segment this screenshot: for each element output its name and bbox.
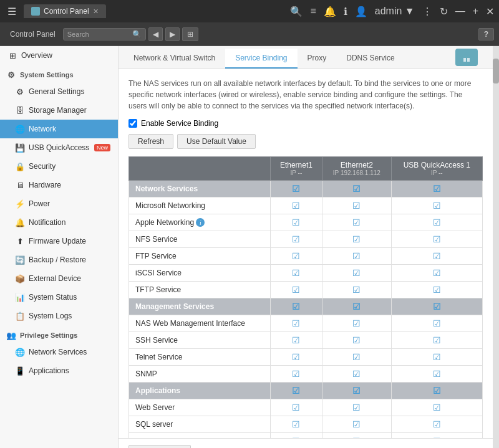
service-e2-check[interactable]: ☑ [322, 399, 392, 416]
service-e2-check[interactable]: ☑ [322, 416, 392, 433]
category-e1-check[interactable]: ☑ [270, 383, 322, 399]
sidebar-item-external-device[interactable]: 📦 External Device [0, 269, 118, 288]
service-e2-check[interactable]: ☑ [322, 198, 392, 214]
service-e1-check[interactable]: ☑ [270, 231, 322, 248]
service-e2-check[interactable]: ☑ [322, 315, 392, 332]
window-minimize[interactable]: — [455, 6, 465, 17]
window-restore[interactable]: + [473, 6, 478, 17]
search-box[interactable]: 🔍 [63, 28, 146, 41]
bell-icon[interactable]: 🔔 [324, 6, 336, 17]
stack-icon[interactable]: ≡ [310, 6, 316, 17]
user-icon[interactable]: 👤 [355, 6, 367, 17]
sidebar-item-overview[interactable]: ⊞ Overview [0, 46, 118, 65]
service-e1-check[interactable]: ☑ [270, 282, 322, 298]
service-e2-check[interactable]: ☑ [322, 433, 392, 439]
service-e1-check[interactable]: ☑ [270, 366, 322, 383]
category-e1-check[interactable]: ☑ [270, 181, 322, 198]
category-usb-check[interactable]: ☑ [391, 383, 482, 399]
scrollbar[interactable] [493, 46, 499, 448]
table-row: Telnet Service ☑ ☑ ☑ [129, 349, 483, 366]
category-e1-check[interactable]: ☑ [270, 298, 322, 315]
service-usb-check[interactable]: ☑ [391, 248, 482, 265]
service-e2-check[interactable]: ☑ [322, 366, 392, 383]
window-close[interactable]: ✕ [486, 6, 494, 17]
col-header-service [129, 157, 271, 181]
service-e2-check[interactable]: ☑ [322, 248, 392, 265]
service-usb-check[interactable]: ☑ [391, 399, 482, 416]
service-usb-check[interactable]: ☑ [391, 265, 482, 282]
search-icon[interactable]: 🔍 [290, 6, 303, 17]
category-usb-check[interactable]: ☑ [391, 181, 482, 198]
use-default-value-button[interactable]: Use Default Value [177, 134, 256, 149]
category-e2-check[interactable]: ☑ [322, 181, 392, 198]
category-e2-check[interactable]: ☑ [322, 298, 392, 315]
service-usb-check[interactable]: ☑ [391, 416, 482, 433]
sidebar-item-general-settings[interactable]: ⚙ General Settings [0, 82, 118, 101]
control-panel-tab[interactable]: Control Panel ✕ [24, 4, 106, 18]
tab-close-icon[interactable]: ✕ [93, 7, 99, 16]
service-e2-check[interactable]: ☑ [322, 349, 392, 366]
service-e2-check[interactable]: ☑ [322, 214, 392, 231]
info-tooltip-icon[interactable]: i [196, 218, 205, 227]
service-e1-check[interactable]: ☑ [270, 349, 322, 366]
service-e1-check[interactable]: ☑ [270, 214, 322, 231]
service-usb-check[interactable]: ☑ [391, 282, 482, 298]
info-icon[interactable]: ℹ [344, 6, 347, 17]
sidebar-item-system-logs[interactable]: 📋 System Logs [0, 307, 118, 325]
service-e1-check[interactable]: ☑ [270, 433, 322, 439]
help-button[interactable]: ? [478, 28, 494, 41]
service-usb-check[interactable]: ☑ [391, 366, 482, 383]
menu-icon[interactable]: ☰ [5, 3, 19, 20]
sidebar-item-network-services[interactable]: 🌐 Network Services [0, 343, 118, 361]
breadcrumb: Control Panel [5, 30, 61, 39]
sidebar: ⊞ Overview ⚙ System Settings ⚙ General S… [0, 46, 119, 448]
search-submit-icon[interactable]: 🔍 [132, 30, 142, 39]
service-e1-check[interactable]: ☑ [270, 399, 322, 416]
service-e2-check[interactable]: ☑ [322, 231, 392, 248]
service-e2-check[interactable]: ☑ [322, 282, 392, 298]
service-usb-check[interactable]: ☑ [391, 433, 482, 439]
tab-ddns-service[interactable]: DDNS Service [336, 49, 404, 69]
service-e1-check[interactable]: ☑ [270, 265, 322, 282]
sidebar-item-security[interactable]: 🔒 Security [0, 157, 118, 176]
sidebar-item-applications[interactable]: 📱 Applications [0, 361, 118, 380]
sidebar-item-usb-quickaccess[interactable]: 💾 USB QuickAccess New [0, 138, 118, 157]
grid-view-button[interactable]: ⊞ [182, 27, 198, 41]
apply-button[interactable]: Apply [128, 445, 191, 448]
sidebar-item-power[interactable]: ⚡ Power [0, 194, 118, 213]
service-e1-check[interactable]: ☑ [270, 332, 322, 349]
service-usb-check[interactable]: ☑ [391, 214, 482, 231]
enable-binding-checkbox[interactable] [128, 119, 137, 128]
category-usb-check[interactable]: ☑ [391, 298, 482, 315]
sidebar-item-hardware[interactable]: 🖥 Hardware [0, 176, 118, 194]
category-e2-check[interactable]: ☑ [322, 383, 392, 399]
service-usb-check[interactable]: ☑ [391, 315, 482, 332]
sidebar-item-notification[interactable]: 🔔 Notification [0, 213, 118, 232]
tab-proxy[interactable]: Proxy [298, 49, 337, 69]
sidebar-item-storage-manager[interactable]: 🗄 Storage Manager [0, 101, 118, 120]
more-icon[interactable]: ⋮ [422, 6, 432, 17]
back-button[interactable]: ◀ [148, 27, 163, 41]
tab-service-binding[interactable]: Service Binding [225, 49, 297, 69]
refresh-button[interactable]: Refresh [128, 134, 173, 149]
service-e1-check[interactable]: ☑ [270, 198, 322, 214]
search-input[interactable] [67, 31, 130, 38]
sync-icon[interactable]: ↻ [440, 6, 448, 17]
sidebar-item-system-status[interactable]: 📊 System Status [0, 288, 118, 307]
service-e2-check[interactable]: ☑ [322, 265, 392, 282]
sidebar-label-overview: Overview [21, 51, 52, 60]
forward-button[interactable]: ▶ [165, 27, 180, 41]
tab-network-virtual-switch[interactable]: Network & Virtual Switch [124, 49, 225, 69]
sidebar-item-firmware-update[interactable]: ⬆ Firmware Update [0, 232, 118, 250]
service-e1-check[interactable]: ☑ [270, 416, 322, 433]
service-e1-check[interactable]: ☑ [270, 248, 322, 265]
service-usb-check[interactable]: ☑ [391, 198, 482, 214]
sidebar-item-backup-restore[interactable]: 🔄 Backup / Restore [0, 250, 118, 269]
admin-label[interactable]: admin ▼ [375, 6, 415, 17]
sidebar-item-network[interactable]: 🌐 Network [0, 120, 118, 138]
service-usb-check[interactable]: ☑ [391, 332, 482, 349]
service-usb-check[interactable]: ☑ [391, 231, 482, 248]
service-e2-check[interactable]: ☑ [322, 332, 392, 349]
service-usb-check[interactable]: ☑ [391, 349, 482, 366]
service-e1-check[interactable]: ☑ [270, 315, 322, 332]
